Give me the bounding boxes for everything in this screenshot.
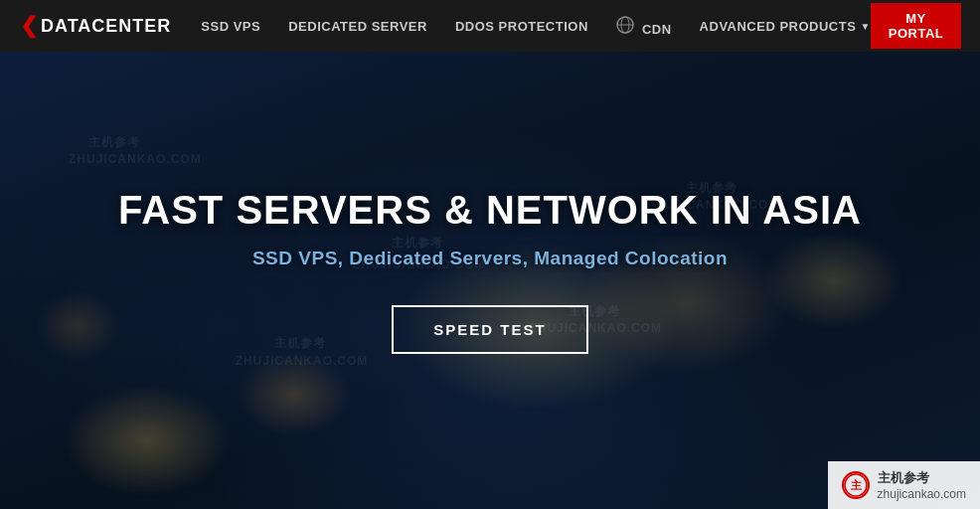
nav-ddos-protection[interactable]: DDOS PROTECTION [455, 19, 588, 34]
hero-subtitle: SSD VPS, Dedicated Servers, Managed Colo… [252, 248, 728, 269]
watermark-info: 主机参考 zhujicankao.com [878, 469, 966, 501]
navbar: ❮ DATACENTER SSD VPS DEDICATED SERVER DD… [0, 0, 980, 52]
cdn-globe-icon [616, 16, 634, 34]
watermark-url: zhujicankao.com [878, 487, 966, 501]
hero-section: 主机参考 ZHUJICANKAO.COM 主机参考 ZHUJICANKAO.CO… [0, 52, 980, 509]
logo-arrow-icon: ❮ [20, 13, 39, 39]
logo-text: DATACENTER [41, 16, 171, 37]
nav-links: SSD VPS DEDICATED SERVER DDOS PROTECTION… [201, 16, 870, 37]
logo[interactable]: ❮ DATACENTER [20, 13, 171, 39]
nav-advanced-products[interactable]: ADVANCED PRODUCTS ▼ [700, 19, 871, 34]
nav-dedicated-server[interactable]: DEDICATED SERVER [288, 19, 427, 34]
speed-test-button[interactable]: SPEED TEST [392, 305, 587, 354]
watermark-logo-icon: 主 [842, 471, 870, 499]
nav-cdn[interactable]: CDN [616, 16, 672, 37]
hero-content: FAST SERVERS & NETWORK IN ASIA SSD VPS, … [118, 188, 862, 354]
watermark-label: 主机参考 [878, 469, 966, 487]
nav-ssd-vps[interactable]: SSD VPS [201, 19, 260, 34]
svg-text:主: 主 [850, 479, 862, 491]
chevron-down-icon: ▼ [860, 21, 870, 32]
bottom-watermark-bar: 主 主机参考 zhujicankao.com [828, 461, 980, 509]
my-portal-button[interactable]: MY PORTAL [871, 3, 961, 49]
hero-title: FAST SERVERS & NETWORK IN ASIA [118, 188, 862, 232]
